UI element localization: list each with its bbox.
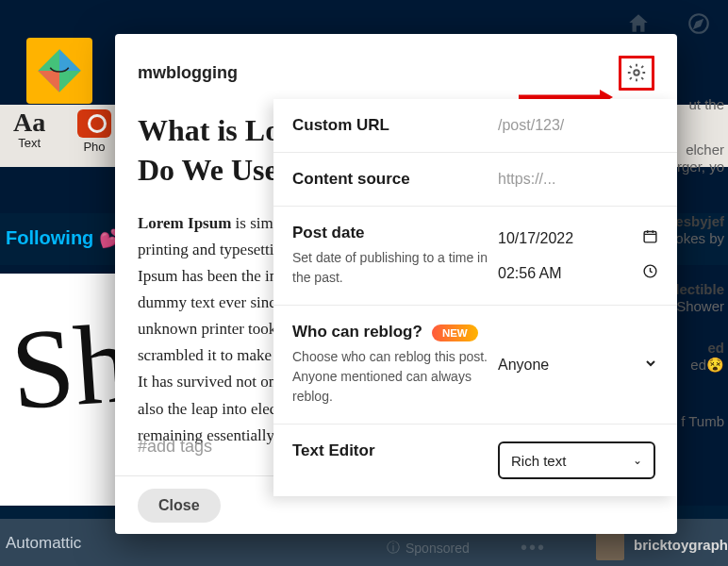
post-settings-button[interactable] [619,56,654,91]
calendar-icon[interactable] [642,228,658,248]
sidebar-fragment: elcher [686,142,724,158]
sidebar-fragment: lectible [675,281,724,297]
sidebar-fragment: ed😵 [690,357,724,374]
row-content-source: Content source https://... [273,153,677,207]
more-icon[interactable]: ••• [521,537,546,558]
svg-rect-7 [644,232,656,242]
new-badge: NEW [432,325,478,341]
post-date-input[interactable]: 10/17/2022 [498,230,573,247]
svg-marker-2 [59,49,81,71]
editor-label: Text Editor [292,441,498,460]
following-link[interactable]: Following 💕 [6,226,123,249]
sidebar-fragment: ed [707,340,724,356]
blog-avatar[interactable] [26,38,92,104]
compose-type-text-label: Text [13,136,45,150]
sidebar-fragment: okes by [675,230,724,246]
chevron-down-icon: ⌄ [633,454,642,467]
reblog-label: Who can reblog?NEW [292,323,498,341]
sidebar-fragment: f Tumb [681,413,724,429]
compose-type-photo-label: Pho [77,140,111,154]
post-date-label: Post date [292,224,498,242]
blog-name[interactable]: mwblogging [138,63,238,83]
editor-select[interactable]: Rich text ⌄ [498,441,655,479]
tags-input[interactable]: #add tags [138,437,212,457]
gear-icon [626,62,647,83]
chevron-down-icon [643,356,658,375]
post-username[interactable]: bricktoygraph [634,537,728,553]
post-time-input[interactable]: 02:56 AM [498,265,562,282]
custom-url-input[interactable]: /post/123/ [498,117,564,134]
svg-marker-3 [38,71,59,92]
row-custom-url: Custom URL /post/123/ [273,99,677,153]
post-avatar-thumb[interactable] [596,532,624,560]
custom-url-label: Custom URL [292,116,498,135]
close-button[interactable]: Close [138,489,221,523]
sidebar-fragment: rger, yo [677,158,724,175]
compose-type-text[interactable]: Aa Text [13,109,45,150]
footer-brand[interactable]: Automattic [6,534,81,553]
row-post-date: Post date Set date of publishing to a ti… [273,207,677,306]
sponsored-label: ⓘSponsored [387,540,470,557]
reblog-sub: Choose who can reblog this post. Anyone … [292,347,490,407]
reblog-select[interactable]: Anyone [498,356,658,375]
camera-icon [77,109,111,138]
compose-type-photo[interactable]: Pho [77,109,111,154]
clock-icon[interactable] [642,263,658,283]
svg-point-4 [634,70,639,75]
content-source-input[interactable]: https://... [498,171,555,188]
post-date-sub: Set date of publishing to a time in the … [292,248,490,288]
row-editor: Text Editor Rich text ⌄ [273,424,677,496]
explore-icon[interactable] [687,11,711,40]
post-settings-panel: Custom URL /post/123/ Content source htt… [273,99,677,496]
content-source-label: Content source [292,170,498,189]
row-reblog: Who can reblog?NEW Choose who can reblog… [273,306,677,424]
sidebar-fragment: ut the [688,96,724,112]
